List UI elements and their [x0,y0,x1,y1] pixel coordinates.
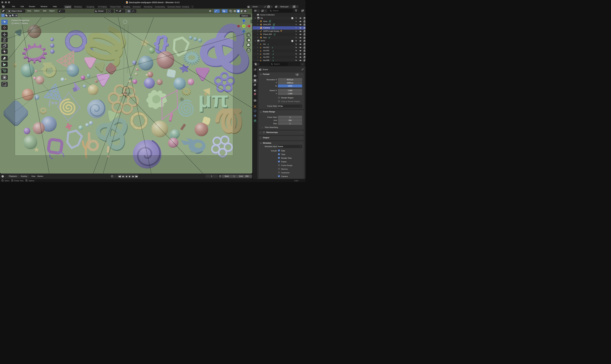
svg-text:**: ** [51,100,58,109]
svg-text:X: X [249,25,250,27]
svg-text:μπ: μπ [198,87,228,112]
svg-text:Z: Z [243,20,244,22]
svg-text:*: * [35,146,39,157]
svg-text:-Y: -Y [243,25,245,27]
